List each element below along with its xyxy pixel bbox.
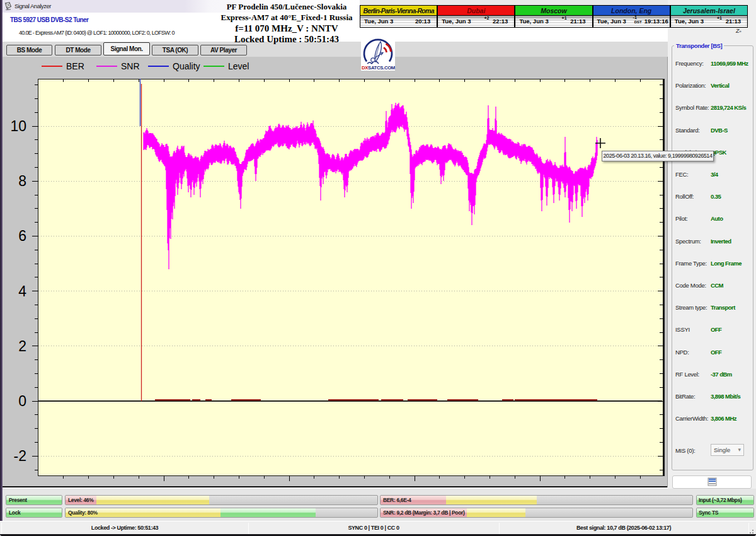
svg-text:0: 0 [18, 393, 26, 409]
svg-text:4: 4 [18, 283, 26, 300]
svg-text:DXSATCS.COM: DXSATCS.COM [362, 65, 395, 71]
svg-text:2: 2 [18, 338, 26, 354]
svg-text:10: 10 [10, 118, 26, 134]
svg-text:8: 8 [18, 173, 26, 189]
svg-text:-2: -2 [14, 448, 26, 464]
svg-text:6: 6 [18, 228, 26, 244]
